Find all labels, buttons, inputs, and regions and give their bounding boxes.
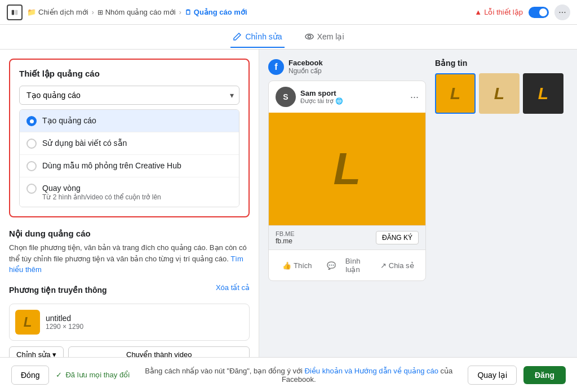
pencil-icon bbox=[233, 32, 242, 41]
media-title: Phương tiện truyền thông bbox=[9, 286, 107, 295]
thumb-inner-3: L bbox=[524, 74, 562, 113]
nav-right: ▲ Lỗi thiết lập ··· bbox=[474, 5, 570, 20]
media-size: 1290 × 1290 bbox=[46, 323, 243, 331]
breadcrumb: 📁 Chiến dịch mới › ⊞ Nhóm quảng cáo mới … bbox=[27, 8, 470, 16]
globe-icon: 🌐 bbox=[335, 97, 343, 105]
thumbnail-3[interactable]: L bbox=[523, 73, 563, 114]
sidebar-toggle[interactable] bbox=[7, 5, 23, 20]
like-icon: 👍 bbox=[282, 261, 291, 270]
options-list: Tạo quảng cáo Sử dụng bài viết có sẵn Dù… bbox=[19, 109, 239, 207]
breadcrumb-sep-1: › bbox=[92, 8, 94, 16]
radio-empty-2 bbox=[26, 161, 37, 171]
checkmark-icon: ✓ bbox=[56, 371, 62, 379]
breadcrumb-campaign[interactable]: 📁 Chiến dịch mới bbox=[27, 8, 88, 16]
fb-ad-image: L bbox=[269, 113, 425, 225]
select-wrapper: Tạo quảng cáo ▾ bbox=[19, 86, 239, 105]
fb-sponsored: Được tài trợ 🌐 bbox=[300, 97, 406, 105]
fb-post-info: Sam sport Được tài trợ 🌐 bbox=[300, 89, 406, 105]
preview-area: f Facebook Nguồn cấp S Sam sport bbox=[268, 59, 568, 281]
breadcrumb-ad[interactable]: 🗒 Quảng cáo mới bbox=[185, 8, 247, 16]
fb-card: S Sam sport Được tài trợ 🌐 ··· L bbox=[268, 81, 426, 281]
remove-all-link[interactable]: Xóa tất cả bbox=[216, 283, 250, 292]
top-nav: 📁 Chiến dịch mới › ⊞ Nhóm quảng cáo mới … bbox=[0, 0, 577, 25]
fb-source-text: Facebook Nguồn cấp bbox=[288, 59, 323, 75]
edit-button[interactable]: Chỉnh sửa ▾ bbox=[9, 346, 64, 357]
media-actions: Chỉnh sửa ▾ Chuyển thành video bbox=[9, 346, 250, 357]
fb-avatar-inner: S bbox=[276, 87, 296, 107]
bottom-left-actions: Đóng ✓ Đã lưu mọi thay đổi bbox=[11, 366, 130, 385]
media-thumbnail: L bbox=[15, 310, 40, 335]
option-carousel[interactable]: Quay vòng Từ 2 hình ảnh/video có thể cuộ… bbox=[20, 177, 239, 207]
post-button[interactable]: Đăng bbox=[523, 366, 566, 384]
bottom-right-actions: Quay lại Đăng bbox=[468, 366, 566, 385]
setup-select[interactable]: Tạo quảng cáo bbox=[19, 86, 239, 105]
fb-preview: f Facebook Nguồn cấp S Sam sport bbox=[268, 59, 426, 281]
setup-box: Thiết lập quảng cáo Tạo quảng cáo ▾ Tạo … bbox=[9, 59, 250, 217]
fb-link-bar: FB.ME fb.me ĐĂNG KÝ bbox=[269, 225, 425, 250]
tab-preview[interactable]: Xem lại bbox=[303, 26, 347, 48]
content-title: Nội dung quảng cáo bbox=[9, 229, 250, 239]
comment-icon: 💬 bbox=[327, 261, 336, 270]
share-icon: ↗ bbox=[380, 261, 387, 270]
radio-filled bbox=[26, 116, 37, 126]
fb-actions: 👍 Thích 💬 Bình luận ↗ Chia sẻ bbox=[269, 250, 425, 280]
toggle-switch[interactable] bbox=[529, 7, 549, 18]
more-button[interactable]: ··· bbox=[554, 5, 570, 20]
breadcrumb-sep-2: › bbox=[179, 8, 181, 16]
thumbnails-section: Bảng tin L L L bbox=[435, 59, 568, 281]
right-panel: f Facebook Nguồn cấp S Sam sport bbox=[259, 50, 577, 357]
close-button[interactable]: Đóng bbox=[11, 366, 49, 385]
fb-source-header: f Facebook Nguồn cấp bbox=[268, 59, 426, 75]
convert-button[interactable]: Chuyển thành video bbox=[68, 346, 250, 357]
fb-card-header: S Sam sport Được tài trợ 🌐 ··· bbox=[269, 81, 425, 113]
main-content: Thiết lập quảng cáo Tạo quảng cáo ▾ Tạo … bbox=[0, 50, 577, 357]
fb-more-icon[interactable]: ··· bbox=[410, 91, 419, 103]
error-badge: ▲ Lỗi thiết lập bbox=[474, 8, 523, 16]
radio-empty-3 bbox=[26, 184, 37, 194]
like-button[interactable]: 👍 Thích bbox=[273, 258, 321, 273]
breadcrumb-adgroup[interactable]: ⊞ Nhóm quảng cáo mới bbox=[97, 8, 176, 16]
media-name: untitled bbox=[46, 314, 243, 323]
fb-logo: f bbox=[268, 59, 284, 75]
bottom-bar: Đóng ✓ Đã lưu mọi thay đổi Bằng cách nhấ… bbox=[0, 357, 577, 392]
chevron-small-icon: ▾ bbox=[52, 350, 56, 357]
media-header: Phương tiện truyền thông Xóa tất cả bbox=[9, 278, 250, 298]
radio-empty-1 bbox=[26, 139, 37, 149]
comment-button[interactable]: 💬 Bình luận bbox=[323, 253, 371, 277]
svg-rect-0 bbox=[12, 10, 14, 15]
warning-icon: ▲ bbox=[474, 8, 482, 16]
media-info: untitled 1290 × 1290 bbox=[46, 314, 243, 331]
content-desc: Chọn file phương tiện, văn bản và trang … bbox=[9, 242, 250, 275]
saved-indicator: ✓ Đã lưu mọi thay đổi bbox=[56, 371, 130, 379]
grid-icon: ⊞ bbox=[97, 8, 103, 16]
setup-title: Thiết lập quảng cáo bbox=[19, 69, 239, 79]
thumb-inner-1: L bbox=[436, 74, 474, 113]
svg-rect-1 bbox=[15, 10, 17, 15]
thumb-inner-2: L bbox=[480, 74, 518, 113]
thumbnails-row: L L L bbox=[435, 73, 568, 114]
option-creative-hub[interactable]: Dùng mẫu mô phỏng trên Creative Hub bbox=[20, 155, 239, 177]
back-button[interactable]: Quay lại bbox=[468, 366, 517, 385]
thumbnail-2[interactable]: L bbox=[479, 73, 520, 114]
svg-point-3 bbox=[308, 35, 310, 38]
fb-link-text: FB.ME fb.me bbox=[276, 230, 295, 245]
share-button[interactable]: ↗ Chia sẻ bbox=[373, 258, 421, 273]
option-existing[interactable]: Sử dụng bài viết có sẵn bbox=[20, 132, 239, 155]
thumbnails-title: Bảng tin bbox=[435, 59, 568, 68]
tab-bar: Chỉnh sửa Xem lại bbox=[0, 25, 577, 50]
tab-edit[interactable]: Chỉnh sửa bbox=[230, 26, 284, 48]
bottom-center-text: Bằng cách nhấp vào nút "Đăng", bạn đồng … bbox=[130, 367, 468, 384]
terms-link[interactable]: Điều khoản và Hướng dẫn về quảng cáo bbox=[305, 367, 438, 375]
content-section: Nội dung quảng cáo Chọn file phương tiện… bbox=[9, 229, 250, 357]
left-panel: Thiết lập quảng cáo Tạo quảng cáo ▾ Tạo … bbox=[0, 50, 259, 357]
register-button[interactable]: ĐĂNG KÝ bbox=[376, 231, 419, 244]
fb-avatar: S bbox=[276, 87, 296, 107]
eye-icon bbox=[305, 32, 314, 41]
thumbnail-1[interactable]: L bbox=[435, 73, 476, 114]
folder-icon: 📁 bbox=[27, 8, 36, 16]
doc-icon: 🗒 bbox=[185, 8, 192, 16]
media-item: L untitled 1290 × 1290 bbox=[9, 304, 250, 341]
option-create[interactable]: Tạo quảng cáo bbox=[20, 110, 239, 132]
